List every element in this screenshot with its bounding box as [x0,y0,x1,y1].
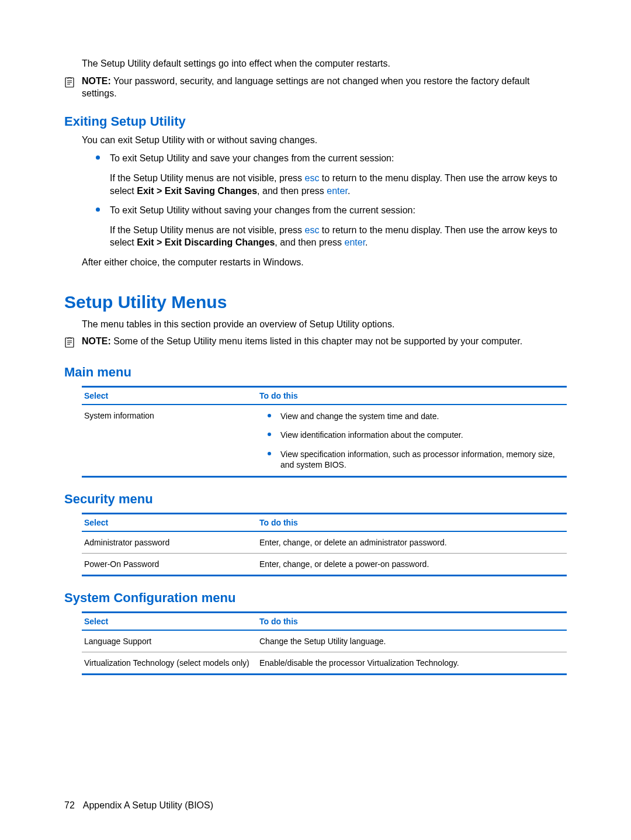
exiting-intro: You can exit Setup Utility with or witho… [82,134,567,147]
esc-key: esc [304,173,319,183]
menus-intro-block: The menu tables in this section provide … [82,318,567,331]
page-number: 72 [64,800,75,810]
note-block-2: NOTE: Some of the Setup Utility menu ite… [64,335,567,351]
heading-security-menu: Security menu [64,492,567,507]
heading-sysconfig-menu: System Configuration menu [64,590,567,606]
col-todo: To do this [259,617,567,626]
cell-select: System information [82,411,259,470]
txt: If the Setup Utility menus are not visib… [110,225,304,235]
table-row: Language Support Change the Setup Utilit… [82,631,567,652]
sysconfig-menu-table: Select To do this Language Support Chang… [82,611,567,675]
page-footer: 72Appendix A Setup Utility (BIOS) [64,800,213,811]
txt: , and then press [257,186,327,196]
heading-exiting: Exiting Setup Utility [64,114,567,129]
col-select: Select [82,518,259,527]
exit-discard-item: To exit Setup Utility without saving you… [110,204,567,249]
cell-todo: Enter, change, or delete an administrato… [259,538,567,547]
heading-main-menu: Main menu [64,365,567,380]
note-body: Your password, security, and language se… [82,76,529,99]
exit-discarding-bold: Exit > Exit Discarding Changes [137,237,275,247]
cell-select: Administrator password [82,538,259,547]
col-select: Select [82,617,259,626]
note-block-1: NOTE: Your password, security, and langu… [64,75,567,100]
intro-block: The Setup Utility default settings go in… [82,57,567,70]
exit-saving-bold: Exit > Exit Saving Changes [137,186,257,196]
enter-key: enter [345,237,366,247]
cell-todo: Enter, change, or delete a power-on pass… [259,559,567,569]
list-item: View specification information, such as … [259,449,567,470]
note-label: NOTE: [82,76,111,86]
table-row: Administrator password Enter, change, or… [82,532,567,553]
cell-select: Virtualization Technology (select models… [82,658,259,668]
cell-todo: Change the Setup Utility language. [259,637,567,646]
table-header: Select To do this [82,388,567,405]
col-todo: To do this [259,518,567,527]
exiting-list: To exit Setup Utility and save your chan… [82,152,567,249]
page: The Setup Utility default settings go in… [0,0,631,840]
cell-select: Language Support [82,637,259,646]
table-header: Select To do this [82,613,567,631]
enter-key: enter [327,186,348,196]
heading-setup-utility-menus: Setup Utility Menus [64,292,567,312]
bullet2-detail: If the Setup Utility menus are not visib… [110,224,567,249]
exit-save-item: To exit Setup Utility and save your chan… [110,152,567,197]
table-row: Virtualization Technology (select models… [82,652,567,673]
list-item: View and change the system time and date… [259,411,567,421]
exiting-body: You can exit Setup Utility with or witho… [82,134,567,269]
menus-intro: The menu tables in this section provide … [82,318,567,331]
cell-todo: View and change the system time and date… [259,411,567,470]
txt: , and then press [275,237,344,247]
txt: . [348,186,350,196]
txt: . [365,237,367,247]
cell-select: Power-On Password [82,559,259,569]
col-select: Select [82,391,259,400]
note-label: NOTE: [82,336,111,346]
bullet2-text: To exit Setup Utility without saving you… [110,205,415,215]
note-icon [64,337,78,351]
note-text-1: NOTE: Your password, security, and langu… [82,75,567,100]
table-row: System information View and change the s… [82,405,567,476]
note-body: Some of the Setup Utility menu items lis… [113,336,522,346]
bullet1-detail: If the Setup Utility menus are not visib… [110,172,567,197]
col-todo: To do this [259,391,567,400]
footer-title: Appendix A Setup Utility (BIOS) [83,800,213,810]
esc-key: esc [304,225,319,235]
table-header: Select To do this [82,514,567,532]
security-menu-table: Select To do this Administrator password… [82,513,567,576]
cell-list: View and change the system time and date… [259,411,567,470]
table-row: Power-On Password Enter, change, or dele… [82,553,567,575]
restart-text: The Setup Utility default settings go in… [82,57,567,70]
txt: If the Setup Utility menus are not visib… [110,173,304,183]
note-icon [64,77,78,91]
cell-todo: Enable/disable the processor Virtualizat… [259,658,567,668]
note-text-2: NOTE: Some of the Setup Utility menu ite… [82,335,567,348]
main-menu-table: Select To do this System information Vie… [82,386,567,478]
list-item: View identification information about th… [259,430,567,440]
bullet1-text: To exit Setup Utility and save your chan… [110,153,394,163]
exiting-after: After either choice, the computer restar… [82,256,567,269]
